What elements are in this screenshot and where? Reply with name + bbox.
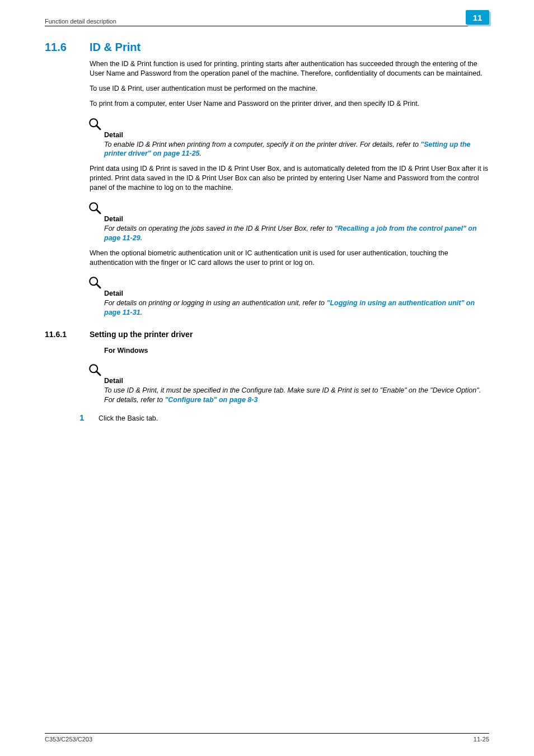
detail-text-before: For details on printing or logging in us… bbox=[104, 299, 326, 307]
detail-text: For details on operating the jobs saved … bbox=[104, 224, 489, 243]
paragraph: When the optional biometric authenticati… bbox=[90, 249, 489, 268]
subsection-title: Setting up the printer driver bbox=[90, 330, 193, 339]
chapter-badge: 11 bbox=[466, 10, 489, 25]
sub-heading: For Windows bbox=[104, 347, 489, 354]
paragraph: To use ID & Print, user authentication m… bbox=[90, 84, 489, 94]
detail-text: For details on printing or logging in us… bbox=[104, 298, 489, 318]
breadcrumb: Function detail description bbox=[45, 18, 116, 25]
footer-right: 11-25 bbox=[474, 736, 489, 743]
magnifier-icon bbox=[87, 200, 103, 216]
svg-line-1 bbox=[96, 125, 100, 129]
detail-text-before: To enable ID & Print when printing from … bbox=[104, 141, 420, 148]
detail-label: Detail bbox=[104, 290, 489, 297]
step-row: 1 Click the Basic tab. bbox=[79, 413, 489, 422]
detail-text: To use ID & Print, it must be specified … bbox=[104, 386, 489, 405]
detail-text-after: . bbox=[140, 309, 142, 316]
detail-label: Detail bbox=[104, 131, 489, 139]
detail-label: Detail bbox=[104, 377, 489, 385]
magnifier-icon bbox=[87, 116, 103, 132]
section-title: ID & Print bbox=[90, 41, 140, 54]
magnifier-icon bbox=[87, 362, 103, 378]
footer-left: C353/C253/C203 bbox=[45, 736, 92, 743]
section-number: 11.6 bbox=[45, 41, 74, 54]
subsection-heading: 11.6.1 Setting up the printer driver bbox=[45, 330, 489, 339]
page-header: Function detail description 11 bbox=[45, 0, 489, 26]
detail-text-after: . bbox=[140, 234, 142, 242]
subsection-number: 11.6.1 bbox=[45, 330, 74, 339]
page-reference-link[interactable]: "Configure tab" on page 8-3 bbox=[165, 396, 257, 404]
step-text: Click the Basic tab. bbox=[99, 414, 158, 422]
detail-text-before: For details on operating the jobs saved … bbox=[104, 225, 334, 232]
detail-text-before: To use ID & Print, it must be specified … bbox=[104, 386, 481, 404]
step-number: 1 bbox=[79, 413, 88, 422]
page-footer: C353/C253/C203 11-25 bbox=[45, 733, 489, 743]
paragraph: To print from a computer, enter User Nam… bbox=[90, 99, 489, 109]
svg-line-3 bbox=[96, 209, 100, 213]
paragraph: Print data using ID & Print is saved in … bbox=[90, 164, 489, 193]
paragraph: When the ID & Print function is used for… bbox=[90, 59, 489, 78]
chapter-number: 11 bbox=[466, 10, 489, 25]
magnifier-icon bbox=[87, 275, 103, 291]
detail-text-after: . bbox=[200, 150, 202, 157]
svg-line-7 bbox=[96, 371, 100, 375]
section-heading: 11.6 ID & Print bbox=[45, 41, 489, 54]
svg-line-5 bbox=[96, 284, 100, 288]
detail-text: To enable ID & Print when printing from … bbox=[104, 140, 489, 159]
detail-label: Detail bbox=[104, 215, 489, 223]
